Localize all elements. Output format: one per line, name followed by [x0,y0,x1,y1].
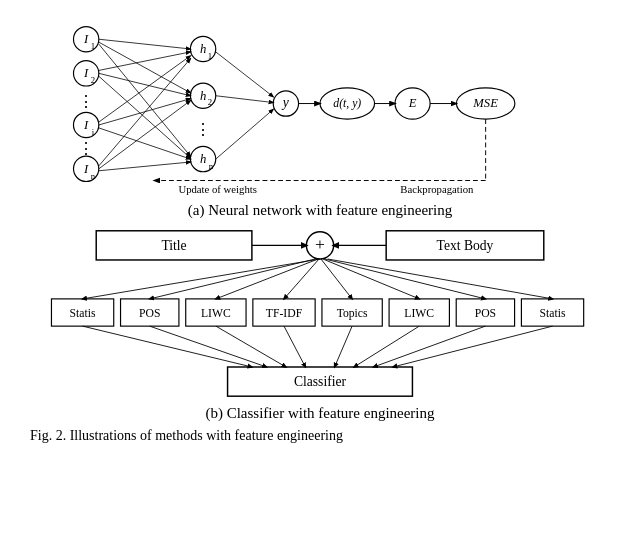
svg-text:2: 2 [91,75,95,85]
figure-container: I 1 I 2 ⋮ I i ⋮ I n h 1 h 2 ⋮ h n [0,0,640,546]
svg-line-28 [99,73,191,95]
svg-text:Classifier: Classifier [294,374,347,389]
svg-line-95 [393,326,553,367]
svg-text:Update of weights: Update of weights [178,183,256,195]
svg-text:TF-IDF: TF-IDF [266,307,303,320]
classifier-diagram: Title + Text Body Statis POS LIWC TF- [30,223,610,403]
svg-text:⋮: ⋮ [78,93,94,110]
svg-text:E: E [408,96,417,110]
svg-text:h: h [200,152,206,166]
svg-text:h: h [200,42,206,56]
svg-text:I: I [83,32,89,46]
svg-line-35 [99,162,191,171]
svg-text:Backpropagation: Backpropagation [400,183,474,195]
svg-text:+: + [315,234,325,254]
svg-line-93 [354,326,419,367]
svg-text:LIWC: LIWC [404,307,434,320]
svg-text:I: I [83,162,89,176]
svg-text:LIWC: LIWC [201,307,231,320]
svg-text:n: n [91,171,96,181]
svg-text:Statis: Statis [70,307,96,320]
svg-line-40 [216,109,273,159]
svg-line-91 [284,326,305,367]
svg-text:n: n [209,161,214,171]
svg-text:Statis: Statis [540,307,566,320]
svg-text:POS: POS [475,307,496,320]
svg-text:h: h [200,89,206,103]
svg-line-81 [150,259,315,299]
svg-text:Title: Title [161,238,186,253]
svg-line-24 [99,39,191,49]
svg-line-94 [374,326,486,367]
svg-text:1: 1 [208,51,212,61]
svg-line-38 [216,52,273,97]
svg-line-92 [335,326,353,367]
svg-line-39 [216,96,273,103]
svg-text:2: 2 [208,97,212,107]
svg-text:I: I [83,118,89,132]
neural-network-diagram: I 1 I 2 ⋮ I i ⋮ I n h 1 h 2 ⋮ h n [30,10,610,200]
svg-text:1: 1 [91,41,95,51]
svg-line-87 [328,259,553,299]
svg-text:⋮: ⋮ [195,121,211,138]
svg-text:d(t, y): d(t, y) [333,97,361,110]
part-b: Title + Text Body Statis POS LIWC TF- [20,223,620,422]
svg-text:I: I [83,66,89,80]
svg-text:Text Body: Text Body [437,238,494,253]
svg-text:POS: POS [139,307,160,320]
svg-text:Topics: Topics [337,307,368,320]
part-a: I 1 I 2 ⋮ I i ⋮ I n h 1 h 2 ⋮ h n [20,10,620,219]
svg-line-80 [83,259,320,299]
svg-line-32 [99,128,191,159]
caption-b: (b) Classifier with feature engineering [205,405,434,422]
figure-label: Fig. 2. Illustrations of methods with fe… [20,428,620,444]
caption-a: (a) Neural network with feature engineer… [188,202,452,219]
svg-text:MSE: MSE [472,96,498,110]
svg-line-34 [99,101,191,169]
svg-text:⋮: ⋮ [78,140,94,157]
svg-text:y: y [281,95,290,110]
